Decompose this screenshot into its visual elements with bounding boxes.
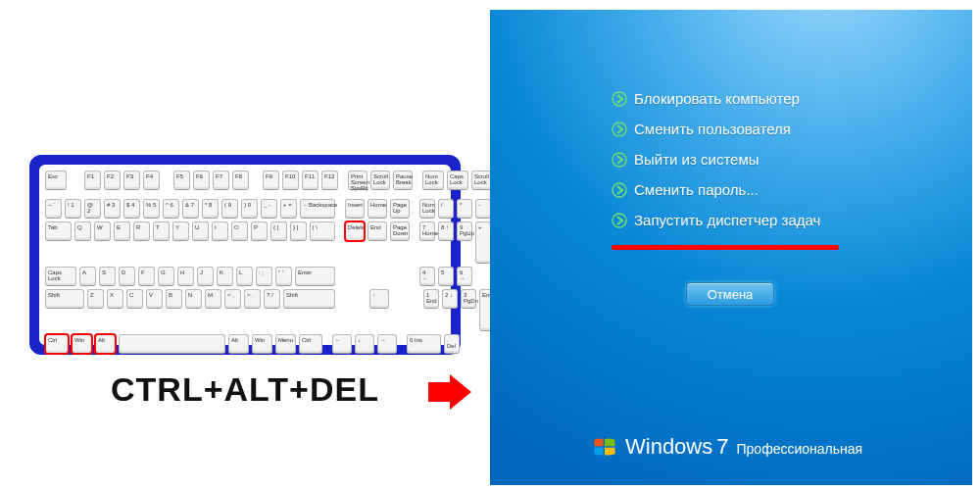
key-blank [119, 334, 225, 354]
arrow-right-icon [612, 122, 627, 137]
key--: } ] [290, 221, 307, 241]
key-u: U [192, 221, 209, 241]
menu-item-3[interactable]: Сменить пароль... [612, 181, 820, 198]
key-f8: F8 [232, 171, 249, 190]
arrow-right-icon [612, 213, 627, 228]
brand-edition: Профессиональная [737, 441, 863, 457]
key--: ↓ [355, 334, 374, 354]
key-e: E [114, 221, 130, 241]
keyboard-keys: EscF1F2F3F4F5F6F7F8F9F10F11F12Print Scre… [39, 165, 451, 345]
key-caps-lock: Caps Lock [45, 267, 76, 286]
key-l: L [236, 267, 253, 286]
key-7-home: 7 Home [419, 221, 435, 241]
key-b: B [166, 289, 182, 309]
key-f2: F2 [104, 171, 121, 190]
svg-point-1 [612, 92, 626, 106]
key-pause-break: Pause Break [393, 171, 413, 190]
key-m: M [205, 289, 221, 309]
menu-item-1[interactable]: Сменить пользователя [612, 121, 820, 137]
key--7: & 7 [182, 199, 199, 219]
security-menu: Блокировать компьютерСменить пользовател… [612, 90, 820, 228]
key--: ↑ [369, 289, 389, 309]
key-f9: F9 [263, 171, 279, 190]
key-print-screen-sysrq: Print Screen SysRq [348, 171, 368, 190]
windows-logo-icon [592, 434, 617, 460]
key--: ← [332, 334, 352, 354]
key-f10: F10 [282, 171, 299, 190]
key-3-pgdn: 3 PgDn [461, 289, 476, 309]
key--4: $ 4 [123, 199, 140, 219]
key-6-: 6 → [457, 267, 472, 286]
key-0-ins: 0 Ins [407, 334, 441, 354]
menu-item-2[interactable]: Выйти из системы [612, 151, 820, 168]
key-d: D [119, 267, 135, 286]
brand-version: 7 [716, 434, 728, 460]
arrow-right-icon [612, 152, 627, 168]
key--: / [438, 199, 454, 219]
key--backspace: ←Backspace [300, 199, 335, 219]
key--: > . [244, 289, 261, 309]
menu-item-label: Выйти из системы [634, 151, 760, 168]
key-4-: 4 ← [419, 267, 435, 286]
key-alt: Alt [95, 334, 116, 354]
key--: - [475, 199, 491, 219]
key--: ~ ` [45, 199, 62, 219]
key-c: C [126, 289, 143, 309]
key-9-pgup: 9 PgUp [457, 221, 472, 241]
menu-item-0[interactable]: Блокировать компьютер [612, 90, 820, 107]
key-x: X [107, 289, 123, 309]
key-home: Home [368, 199, 387, 219]
key-f7: F7 [213, 171, 229, 190]
key-ctrl: Ctrl [299, 334, 322, 354]
key-g: G [158, 267, 174, 286]
brand-windows: Windows [625, 434, 712, 460]
shortcut-caption: CTRL+ALT+DEL [29, 370, 461, 409]
menu-item-label: Запустить диспетчер задач [634, 212, 820, 228]
menu-item-label: Блокировать компьютер [634, 90, 800, 107]
key-page-up: Page Up [390, 199, 410, 219]
key-a: A [79, 267, 96, 286]
menu-item-4[interactable]: Запустить диспетчер задач [612, 212, 820, 228]
key-insert: Insert [345, 199, 365, 219]
key-2-: 2 ↓ [442, 289, 458, 309]
menu-item-label: Сменить пользователя [634, 121, 791, 137]
arrow-right-icon [612, 91, 627, 107]
key--: { [ [270, 221, 287, 241]
key-shift: Shift [45, 289, 84, 309]
key-s: S [99, 267, 116, 286]
svg-marker-0 [428, 374, 471, 410]
svg-point-5 [612, 214, 626, 227]
key-win-left: Win [72, 334, 92, 354]
key-scroll-lock: Scroll Lock [370, 171, 390, 190]
cancel-button[interactable]: Отмена [686, 282, 774, 306]
key-r: R [133, 221, 150, 241]
key-f3: F3 [123, 171, 140, 190]
key--: : ; [256, 267, 272, 286]
windows-branding: Windows 7 Профессиональная [592, 434, 862, 460]
svg-point-4 [612, 183, 626, 197]
key-shift: Shift [283, 289, 335, 309]
key-y: Y [172, 221, 189, 241]
key--1: ! 1 [65, 199, 81, 219]
key-i: I [212, 221, 228, 241]
key-win-right: Win [252, 334, 272, 354]
key-v: V [146, 289, 163, 309]
key-f12: F12 [321, 171, 338, 190]
key--: _ - [261, 199, 277, 219]
key-q: Q [74, 221, 91, 241]
key-caps-lock: Caps Lock [447, 171, 468, 190]
key--: < , [224, 289, 241, 309]
instruction-panel: EscF1F2F3F4F5F6F7F8F9F10F11F12Print Scre… [0, 0, 490, 490]
svg-point-3 [612, 153, 626, 167]
key--: * [457, 199, 472, 219]
key--: ? / [264, 289, 280, 309]
key--0: ) 0 [241, 199, 258, 219]
cancel-label: Отмена [708, 287, 754, 302]
key--: " ' [275, 267, 292, 286]
key--: | \ [310, 221, 335, 241]
key-esc: Esc [45, 171, 67, 190]
key-num-lock: Num Lock [422, 171, 444, 190]
key-1-end: 1 End [423, 289, 439, 309]
key-8-: 8 ↑ [438, 221, 454, 241]
key-enter: Enter [295, 267, 335, 286]
